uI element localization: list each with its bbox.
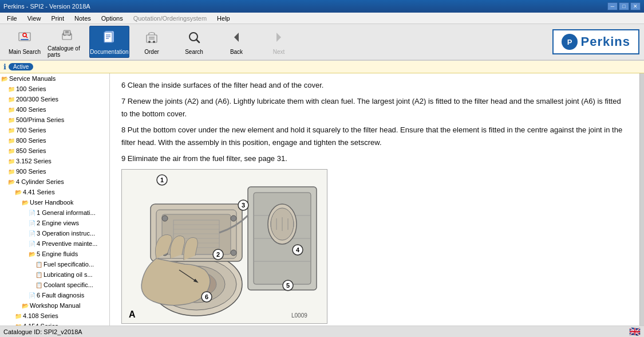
svg-text:L0009: L0009 xyxy=(291,312,307,319)
menu-print[interactable]: Print xyxy=(46,14,69,22)
sidebar-item-500-prima-series[interactable]: 📁 500/Prima Series xyxy=(0,115,109,125)
back-label: Back xyxy=(230,49,243,55)
folder-icon: 📁 xyxy=(8,107,15,113)
menu-quotation: Quotation/Orderingsystem xyxy=(129,14,211,22)
sidebar-item-800-series[interactable]: 📁 800 Series xyxy=(0,135,109,146)
doc-icon: 📄 xyxy=(29,210,35,216)
doc-white-icon: 📋 xyxy=(35,272,42,278)
diagram-svg: 1 2 3 4 5 6 A L0009 xyxy=(122,170,327,324)
doc-white-icon: 📋 xyxy=(35,261,42,268)
menu-file[interactable]: File xyxy=(2,14,22,22)
menu-view[interactable]: View xyxy=(23,14,46,22)
documentation-button[interactable]: Documentation xyxy=(89,26,129,58)
sidebar-item-4-cylinder-series[interactable]: 📂 4 Cylinder Series xyxy=(0,177,109,187)
folder-icon: 📁 xyxy=(8,117,15,123)
sidebar-item-1-general-info[interactable]: 📄 1 General informati... xyxy=(0,207,109,218)
active-badge: Active xyxy=(9,63,33,70)
main-search-icon xyxy=(17,29,33,48)
sidebar-item-3-operation-instr[interactable]: 📄 3 Operation instruc... xyxy=(0,228,109,238)
blue-folder-open-icon: 📂 xyxy=(22,199,29,206)
svg-point-39 xyxy=(162,215,168,221)
sidebar-item-lubricating-oil[interactable]: 📋 Lubricating oil s... xyxy=(0,269,109,280)
svg-text:5: 5 xyxy=(286,282,290,289)
folder-icon: 📁 xyxy=(15,323,22,326)
sidebar-item-coolant-spec[interactable]: 📋 Coolant specific... xyxy=(0,280,109,290)
sidebar-item-700-series[interactable]: 📁 700 Series xyxy=(0,125,109,135)
folder-icon: 📁 xyxy=(8,86,15,92)
doc-icon: 📄 xyxy=(29,220,35,226)
sidebar-item-2-engine-views[interactable]: 📄 2 Engine views xyxy=(0,218,109,228)
sidebar-item-4154-series[interactable]: 📁 4.154 Series xyxy=(0,321,109,326)
sidebar-item-850-series[interactable]: 📁 850 Series xyxy=(0,146,109,156)
svg-point-42 xyxy=(231,250,236,256)
menu-options[interactable]: Options xyxy=(97,14,128,22)
sidebar-item-4108-series[interactable]: 📁 4.108 Series xyxy=(0,311,109,321)
sidebar-item-900-series[interactable]: 📁 900 Series xyxy=(0,166,109,177)
svg-text:2: 2 xyxy=(216,251,220,258)
toolbar: Main Search Catalogue of parts xyxy=(0,24,644,61)
para-9: 9 Eliminate the air from the fuel filter… xyxy=(121,152,628,165)
sidebar-item-4-41-series[interactable]: 📂 4.41 Series xyxy=(0,187,109,197)
next-label: Next xyxy=(273,49,285,55)
folder-icon: 📁 xyxy=(8,148,15,154)
doc-white-icon: 📋 xyxy=(35,282,42,288)
folder-icon: 📁 xyxy=(8,138,15,144)
app-title: Perkins - SPI2 - Version 2018A xyxy=(3,3,90,10)
svg-text:3: 3 xyxy=(242,202,245,209)
sidebar-item-6-fault-diag[interactable]: 📄 6 Fault diagnosis xyxy=(0,290,109,300)
sidebar-item-200-300-series[interactable]: 📁 200/300 Series xyxy=(0,94,109,104)
minimize-button[interactable]: ─ xyxy=(607,2,618,10)
main-search-button[interactable]: Main Search xyxy=(5,26,45,58)
workshop-manual-label: Workshop Manual xyxy=(30,302,80,309)
svg-text:P: P xyxy=(567,38,572,46)
search-button[interactable]: Search xyxy=(174,26,214,58)
doc-icon: 📄 xyxy=(29,241,35,247)
flag-icon: 🇬🇧 xyxy=(629,326,641,337)
perkins-logo: P Perkins xyxy=(552,29,640,54)
search-label: Search xyxy=(185,49,203,55)
svg-marker-27 xyxy=(276,33,281,42)
folder-open-icon: 📂 xyxy=(8,179,15,185)
status-bar: Catalogue ID: SPI2_v2018A 🇬🇧 xyxy=(0,326,644,337)
para-8: 8 Put the bottom cover under the new ele… xyxy=(121,124,628,149)
title-bar: Perkins - SPI2 - Version 2018A ─ □ ✕ xyxy=(0,0,644,13)
search-icon xyxy=(186,29,202,48)
svg-point-40 xyxy=(231,215,236,221)
order-icon xyxy=(144,29,160,48)
sidebar-item-workshop-manual[interactable]: 📂 Workshop Manual xyxy=(0,300,109,311)
sidebar-item-user-handbook[interactable]: 📂 User Handbook xyxy=(0,197,109,207)
perkins-logo-icon: P xyxy=(562,34,578,50)
window-controls: ─ □ ✕ xyxy=(607,2,641,10)
info-icon: ℹ xyxy=(3,62,6,71)
folder-icon: 📁 xyxy=(8,127,15,134)
close-button[interactable]: ✕ xyxy=(630,2,641,10)
order-label: Order xyxy=(144,49,159,55)
sidebar: 📂 Service Manuals 📁 100 Series 📁 200/300… xyxy=(0,73,110,326)
svg-text:6: 6 xyxy=(205,293,208,300)
maximize-button[interactable]: □ xyxy=(619,2,629,10)
perkins-logo-container: P Perkins xyxy=(552,29,640,54)
resize-handle[interactable] xyxy=(639,73,644,326)
sidebar-item-100-series[interactable]: 📁 100 Series xyxy=(0,84,109,94)
menu-help[interactable]: Help xyxy=(212,14,235,22)
svg-line-25 xyxy=(196,40,199,42)
catalogue-button[interactable]: Catalogue of parts xyxy=(47,26,87,58)
sidebar-item-4-preventive-maint[interactable]: 📄 4 Preventive mainte... xyxy=(0,238,109,249)
sidebar-item-400-series[interactable]: 📁 400 Series xyxy=(0,104,109,115)
main-search-label: Main Search xyxy=(9,49,41,55)
main-area: 📂 Service Manuals 📁 100 Series 📁 200/300… xyxy=(0,73,644,326)
para-7: 7 Renew the joints (A2) and (A6). Lightl… xyxy=(121,95,628,120)
back-button[interactable]: Back xyxy=(216,26,256,58)
folder-open-icon: 📂 xyxy=(1,76,8,82)
active-bar: ℹ Active xyxy=(0,61,644,73)
next-button[interactable]: Next xyxy=(259,26,299,58)
sidebar-item-5-engine-fluids[interactable]: 📂 5 Engine fluids xyxy=(0,249,109,259)
menu-notes[interactable]: Notes xyxy=(70,14,96,22)
content-text: 6 Clean the inside surfaces of the filte… xyxy=(121,79,628,166)
sidebar-item-fuel-spec[interactable]: 📋 Fuel specificatio... xyxy=(0,259,109,269)
svg-text:1: 1 xyxy=(160,177,164,183)
order-button[interactable]: Order xyxy=(132,26,172,58)
sidebar-item-service-manuals[interactable]: 📂 Service Manuals xyxy=(0,73,109,84)
catalogue-label: Catalogue of parts xyxy=(48,45,86,58)
sidebar-item-3152-series[interactable]: 📁 3.152 Series xyxy=(0,156,109,166)
